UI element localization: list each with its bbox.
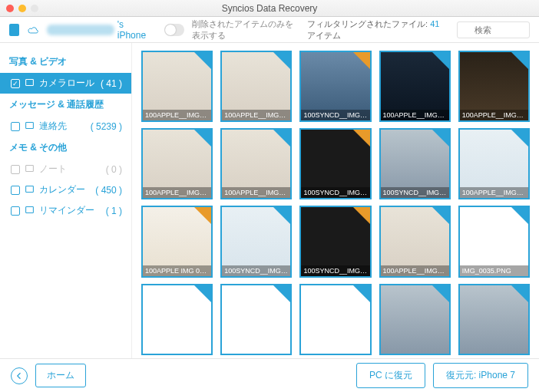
trash-badge-icon (432, 285, 449, 302)
sidebar-item-count: ( 450 ) (95, 185, 122, 196)
sidebar-item[interactable]: カメラロール( 41 ) (0, 73, 131, 94)
thumbnail-caption: 100SYNCD__IMG_… (222, 265, 290, 276)
thumbnail[interactable] (141, 284, 213, 355)
maximize-icon (31, 5, 38, 12)
thumbnail[interactable]: 100APPLE__IMG_0… (458, 51, 530, 122)
top-toolbar: XXXXXXXXXX 's iPhone 削除されたアイテムのみを表示する フィ… (0, 17, 539, 43)
recover-to-pc-button[interactable]: PC に復元 (356, 363, 425, 388)
sidebar-item[interactable]: 連絡先( 5239 ) (0, 116, 131, 137)
window-title: Syncios Data Recovery (222, 3, 318, 14)
thumbnail-caption: 100APPLE IMG 0… (143, 265, 211, 276)
home-icon-circle[interactable] (11, 367, 28, 384)
thumbnail-caption: 100APPLE__IMG_0… (381, 265, 449, 276)
trash-badge-icon (511, 207, 528, 224)
trash-badge-icon (273, 285, 290, 302)
device-suffix: 's iPhone (117, 19, 146, 41)
thumbnail-caption: 100APPLE__IMG_0… (381, 110, 449, 120)
filter-status: フィルタリングされたファイル: 41 アイテム (307, 18, 441, 41)
svg-rect-3 (26, 122, 34, 128)
sidebar-section-title: メモ & その他 (0, 137, 131, 159)
checkbox-icon[interactable] (11, 79, 20, 88)
device-owner-blurred: XXXXXXXXXX (47, 25, 114, 35)
thumbnail[interactable] (458, 284, 530, 355)
trash-badge-icon (353, 285, 370, 302)
sidebar-item: ノート( 0 ) (0, 159, 131, 180)
home-label: ホーム (47, 369, 74, 382)
window-titlebar: Syncios Data Recovery (0, 0, 539, 17)
thumbnail-caption: 100APPLE__IMG_0… (222, 187, 290, 198)
thumbnail[interactable] (220, 284, 292, 355)
sidebar-item-label: ノート (39, 163, 101, 176)
trash-badge-icon (432, 52, 449, 69)
thumbnail[interactable]: 100APPLE__IMG_0… (379, 206, 451, 277)
thumbnail-caption: IMG_0035.PNG (460, 265, 528, 276)
trash-badge-icon (273, 207, 290, 224)
category-icon (25, 163, 35, 176)
show-deleted-toggle[interactable] (164, 24, 184, 36)
svg-rect-6 (26, 206, 34, 212)
thumbnail[interactable]: 100APPLE__IMG_0… (220, 51, 292, 122)
trash-badge-icon (511, 52, 528, 69)
trash-badge-icon (273, 52, 290, 69)
trash-badge-icon (194, 52, 211, 69)
back-button[interactable] (9, 24, 19, 36)
thumbnail-caption: 100APPLE__IMG_0… (143, 187, 211, 198)
thumbnail[interactable]: 100APPLE__IMG_0… (458, 128, 530, 199)
thumbnail[interactable]: 100SYNCD__IMG_IP… (379, 128, 451, 199)
filter-unit: アイテム (307, 31, 341, 40)
category-icon (25, 120, 35, 133)
thumbnail[interactable]: 100SYNCD__IMG_… (220, 206, 292, 277)
sidebar-item-label: リマインダー (39, 204, 101, 217)
recover-to-device-button[interactable]: 復元元: iPhone 7 (433, 363, 528, 388)
trash-badge-icon (353, 52, 370, 69)
thumbnail[interactable]: 100SYNCD__IMG_0… (299, 128, 371, 199)
sidebar-item-count: ( 5239 ) (91, 121, 122, 132)
thumbnail[interactable]: 100APPLE__IMG_0… (379, 51, 451, 122)
trash-badge-icon (432, 207, 449, 224)
trash-badge-icon (353, 207, 370, 224)
trash-badge-icon (353, 130, 370, 147)
thumbnail[interactable] (299, 284, 371, 355)
device-name: XXXXXXXXXX 's iPhone (47, 19, 146, 41)
sidebar-item[interactable]: リマインダー( 1 ) (0, 200, 131, 221)
thumbnail-caption: 100SYNCD__IMG_… (301, 265, 369, 276)
thumbnail[interactable] (379, 284, 451, 355)
sidebar-item[interactable]: カレンダー( 450 ) (0, 180, 131, 200)
category-icon (25, 77, 35, 90)
thumbnail[interactable]: 100APPLE__IMG_0… (141, 128, 213, 199)
thumbnail-caption: 100APPLE__IMG_0… (460, 110, 528, 120)
category-icon (25, 184, 35, 196)
search-input[interactable] (457, 21, 530, 38)
thumbnail[interactable]: 100SYNCD__IMG_… (299, 206, 371, 277)
trash-badge-icon (432, 130, 449, 147)
checkbox-icon[interactable] (11, 122, 20, 131)
main-area: 写真 & ビデオカメラロール( 41 )メッセージ & 通話履歴連絡先( 523… (0, 43, 539, 358)
thumbnail-caption: 100APPLE__IMG_0… (222, 110, 290, 120)
thumbnail[interactable]: IMG_0035.PNG (458, 206, 530, 277)
footer-bar: ホーム PC に復元 復元元: iPhone 7 (0, 358, 539, 392)
icloud-icon (27, 25, 39, 35)
home-button[interactable]: ホーム (35, 364, 86, 387)
close-icon[interactable] (6, 5, 14, 12)
trash-badge-icon (511, 130, 528, 147)
thumbnail-caption: 100SYNCD__IMG_0… (301, 187, 369, 198)
thumbnail[interactable]: 100APPLE IMG 0… (141, 206, 213, 277)
sidebar-item-count: ( 0 ) (106, 164, 122, 175)
thumbnail[interactable]: 100APPLE__IMG_0… (220, 128, 292, 199)
minimize-icon[interactable] (18, 5, 26, 12)
thumbnail-caption: 100APPLE__IMG_0… (460, 187, 528, 198)
category-icon (25, 205, 35, 217)
checkbox-icon[interactable] (11, 206, 20, 216)
content-area[interactable]: 100APPLE__IMG_0…100APPLE__IMG_0…100SYNCD… (132, 43, 539, 358)
thumbnail[interactable]: 100SYNCD__IMG_… (299, 51, 371, 122)
thumbnail-caption: 100SYNCD__IMG_IP… (381, 187, 449, 198)
filter-label: フィルタリングされたファイル: (307, 19, 430, 28)
sidebar: 写真 & ビデオカメラロール( 41 )メッセージ & 通話履歴連絡先( 523… (0, 43, 132, 358)
checkbox-icon[interactable] (11, 186, 20, 195)
sidebar-section-title: 写真 & ビデオ (0, 51, 131, 73)
arrow-left-icon (15, 371, 24, 380)
thumbnail[interactable]: 100APPLE__IMG_0… (141, 51, 213, 122)
trash-badge-icon (194, 285, 211, 302)
svg-rect-2 (26, 79, 34, 85)
search-wrap (457, 21, 530, 38)
